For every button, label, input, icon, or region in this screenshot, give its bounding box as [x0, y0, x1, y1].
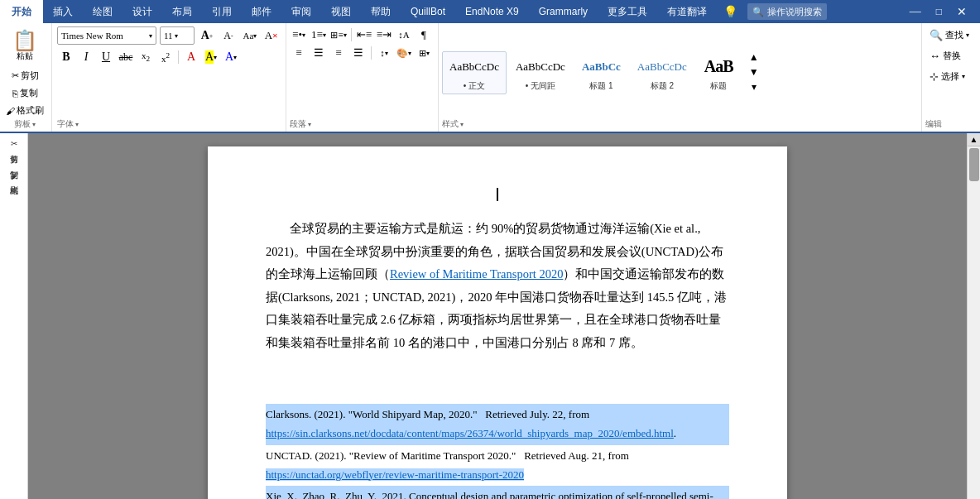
tab-endnote[interactable]: EndNote X9	[455, 0, 529, 23]
align-left-button[interactable]: ≡	[290, 45, 308, 61]
help-icon[interactable]: 💡	[717, 0, 744, 23]
bold-button[interactable]: B	[57, 49, 75, 65]
tab-layout[interactable]: 布局	[162, 0, 202, 23]
italic-button[interactable]: I	[77, 49, 95, 65]
sort-button[interactable]: ↕A	[395, 26, 413, 43]
close-btn[interactable]: ✕	[950, 3, 973, 21]
align-right-button[interactable]: ≡	[329, 45, 348, 61]
vertical-scrollbar[interactable]: ▲ ▼	[967, 133, 980, 499]
reference-item-1: Clarksons. (2021). "World Shipyard Map, …	[266, 404, 729, 445]
tab-quillbot[interactable]: QuillBot	[401, 0, 455, 23]
subscript-button[interactable]: x2	[137, 49, 155, 65]
clear-format-button[interactable]: A ✕	[262, 27, 281, 44]
line-spacing-button[interactable]: ↕ ▾	[375, 45, 393, 61]
paste-button[interactable]: 📋 粘贴	[8, 28, 41, 65]
scroll-thumb[interactable]	[969, 148, 979, 181]
multilevel-icon: ⊞≡	[330, 30, 343, 41]
numbering-icon: 1≡	[311, 28, 323, 41]
underline-button[interactable]: U	[97, 49, 115, 65]
reference-item-3: Xie, X., Zhao, R., Zhu, Y., 2021. Concep…	[266, 486, 729, 499]
style-normal[interactable]: AaBbCcDc • 正文	[442, 51, 507, 94]
tab-more-tools[interactable]: 更多工具	[598, 0, 657, 23]
subscript-icon: x2	[142, 50, 150, 63]
tab-references[interactable]: 引用	[202, 0, 242, 23]
align-center-button[interactable]: ☰	[310, 45, 328, 61]
replace-icon: ↔	[930, 50, 940, 62]
border-button[interactable]: ⊞ ▾	[415, 45, 433, 61]
shrink-font-button[interactable]: A -	[219, 27, 238, 44]
multilevel-button[interactable]: ⊞≡ ▾	[329, 26, 348, 43]
style-heading2[interactable]: AaBbCcDc 标题 2	[630, 51, 694, 94]
font-color-picker-icon: A	[225, 50, 233, 64]
grow-font-icon: A	[201, 29, 209, 42]
font-size-selector[interactable]: 11 ▾	[160, 26, 195, 45]
tab-draw[interactable]: 绘图	[83, 0, 122, 23]
tab-view[interactable]: 视图	[321, 0, 361, 23]
strikethrough-icon: abc	[119, 51, 133, 64]
tab-mailings[interactable]: 邮件	[242, 0, 281, 23]
superscript-button[interactable]: x2	[156, 49, 175, 65]
grow-font-button[interactable]: A +	[198, 27, 216, 44]
increase-indent-button[interactable]: ≡⇥	[375, 26, 393, 43]
decrease-indent-button[interactable]: ⇤≡	[355, 26, 373, 43]
tab-insert[interactable]: 插入	[43, 0, 83, 23]
style-no-spacing[interactable]: AaBbCcDc • 无间距	[508, 51, 573, 94]
unctad-link[interactable]: https://unctad.org/webflyer/review-marit…	[266, 468, 524, 481]
left-panel: ✂剪切 ⎘复制 🖌格式刷	[0, 133, 28, 499]
show-marks-button[interactable]: ¶	[415, 26, 433, 43]
font-group: Times New Rom ▾ 11 ▾ A + A -	[52, 23, 286, 132]
copy-panel-item[interactable]: ⎘复制	[7, 153, 22, 166]
maximize-btn[interactable]: □	[930, 4, 949, 20]
style-title-label: 标题	[710, 80, 727, 92]
review-link[interactable]: Review of Maritime Transport 2020	[390, 267, 563, 281]
tab-youdao[interactable]: 有道翻译	[657, 0, 717, 23]
copy-label: 复制	[20, 87, 38, 99]
strikethrough-button[interactable]: abc	[117, 49, 135, 65]
font-color-picker-button[interactable]: A ▾	[222, 49, 240, 65]
highlight-button[interactable]: A ▾	[202, 49, 220, 65]
numbering-button[interactable]: 1≡ ▾	[310, 26, 328, 43]
tab-review[interactable]: 审阅	[281, 0, 321, 23]
format-panel-item[interactable]: 🖌格式刷	[7, 169, 22, 182]
tab-help[interactable]: 帮助	[361, 0, 401, 23]
style-normal-preview: AaBbCcDc	[449, 54, 499, 80]
cut-label: 剪切	[21, 70, 39, 82]
font-color-icon: A	[187, 50, 195, 64]
shading-icon: 🎨	[396, 48, 408, 59]
tab-grammarly[interactable]: Grammarly	[529, 0, 598, 23]
sort-icon: ↕A	[398, 30, 409, 40]
minimize-btn[interactable]: —	[903, 3, 928, 20]
find-label: 查找	[945, 29, 963, 41]
cut-button[interactable]: ✂ 剪切	[9, 68, 41, 84]
font-name-selector[interactable]: Times New Rom ▾	[57, 26, 156, 45]
cut-icon: ✂	[12, 70, 19, 81]
tab-home[interactable]: 开始	[0, 0, 43, 23]
styles-expand[interactable]: ▾	[745, 81, 763, 94]
clipboard-panel-item[interactable]: ✂剪切	[7, 137, 22, 151]
shading-button[interactable]: 🎨 ▾	[395, 45, 413, 61]
highlight-icon: A	[205, 50, 214, 64]
styles-scroll-down[interactable]: ▼	[745, 66, 763, 79]
font-color-button[interactable]: A	[182, 49, 200, 65]
scroll-up-button[interactable]: ▲	[968, 133, 980, 146]
change-case-button[interactable]: Aa ▾	[241, 27, 259, 44]
style-title[interactable]: AaB 标题	[696, 51, 742, 94]
tab-design[interactable]: 设计	[122, 0, 162, 23]
clarksons-link[interactable]: https://sin.clarksons.net/docdata/conten…	[266, 427, 674, 439]
copy-button[interactable]: ⎘ 复制	[10, 85, 41, 101]
search-box[interactable]: 🔍 操作说明搜索	[747, 3, 827, 20]
select-button[interactable]: ⊹ 选择 ▾	[925, 68, 973, 85]
chinese-paragraph: 全球贸易的主要运输方式是航运：约 90%的贸易货物通过海洋运输(Xie et a…	[266, 218, 729, 354]
styles-scroll-up[interactable]: ▲	[745, 51, 763, 65]
align-left-icon: ≡	[295, 46, 301, 60]
decrease-indent-icon: ⇤≡	[357, 28, 372, 41]
find-button[interactable]: 🔍 查找 ▾	[925, 26, 973, 44]
style-heading1[interactable]: AaBbCc 标题 1	[574, 51, 628, 94]
style-heading2-preview: AaBbCcDc	[637, 54, 687, 80]
justify-button[interactable]: ☰	[349, 45, 368, 61]
bullets-button[interactable]: ≡• ▾	[290, 26, 308, 43]
format-paint-button[interactable]: 🖌 格式刷	[3, 103, 46, 118]
search-label: 操作说明搜索	[767, 6, 822, 18]
bullets-icon: ≡•	[292, 28, 302, 41]
replace-button[interactable]: ↔ 替换	[925, 47, 973, 65]
